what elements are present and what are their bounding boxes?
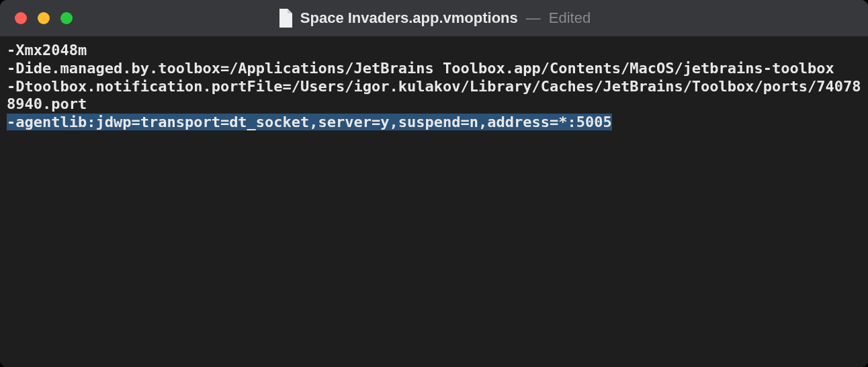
zoom-button[interactable] (60, 12, 73, 24)
editor-line[interactable]: -Xmx2048m (7, 42, 861, 60)
minimize-button[interactable] (38, 12, 50, 24)
file-icon (277, 9, 292, 28)
editor-window: Space Invaders.app.vmoptions — Edited -X… (0, 0, 868, 367)
window-title: Space Invaders.app.vmoptions (300, 9, 518, 27)
edited-status: Edited (549, 9, 591, 27)
editor-line[interactable]: -Dtoolbox.notification.portFile=/Users/i… (7, 78, 861, 114)
title-separator: — (526, 9, 541, 27)
titlebar[interactable]: Space Invaders.app.vmoptions — Edited (0, 0, 868, 36)
traffic-lights (0, 12, 73, 24)
editor-line[interactable]: -Dide.managed.by.toolbox=/Applications/J… (7, 60, 861, 78)
title-center: Space Invaders.app.vmoptions — Edited (0, 9, 868, 28)
text-editor[interactable]: -Xmx2048m-Dide.managed.by.toolbox=/Appli… (0, 36, 868, 367)
editor-line-selected[interactable]: -agentlib:jdwp=transport=dt_socket,serve… (7, 114, 612, 130)
close-button[interactable] (15, 12, 27, 24)
